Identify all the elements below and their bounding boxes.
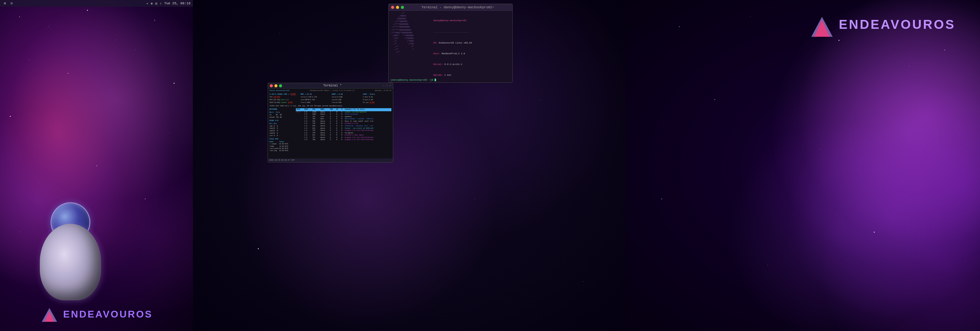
proc-row: 1.5755danny10Snm-applet xyxy=(296,132,391,134)
cpu-pct: [3.1%] xyxy=(273,96,280,98)
battery-icon: ⊡ xyxy=(155,2,158,5)
volume-icon: ♪ xyxy=(160,2,162,5)
htop-uptime: Uptime: 0:03:24 xyxy=(375,90,391,92)
network-table: Rx/sTx/s lo0b0b wlan072b0b xyxy=(269,111,282,118)
load-15: 15 min xyxy=(363,101,369,104)
proc-row: 1.5433dbus30Sdbus-daemon --system --addr… xyxy=(296,118,391,120)
wallpaper-left: ENDEAVOUROS ⊞ ⊟ ⌁ ⊕ ⊡ ♪ Tue 25, 09:16 xyxy=(0,0,193,331)
filesystem-label: FILE SYS xyxy=(269,138,294,141)
terminal-htop: Terminal * ─ □ ✕ danny-macbookpro92 (End… xyxy=(268,83,393,162)
close-button[interactable] xyxy=(391,6,394,9)
stars-right xyxy=(626,0,980,331)
disk-io-label: DISK I/O xyxy=(269,120,294,122)
mem-header: MEM + 23.4G xyxy=(301,93,329,96)
taskbar-left: ⊞ ⊟ xyxy=(2,1,14,6)
htop-footer: 2022-10-25 09:16:27 CDT xyxy=(268,158,393,162)
load-5: 5 min 0.28 xyxy=(363,99,392,101)
logo-text-accent-left: OS xyxy=(136,309,153,320)
file-manager-icon[interactable]: ⊟ xyxy=(9,1,14,6)
htop-titlebar: Terminal * ─ □ ✕ xyxy=(268,83,393,89)
mem-total: 2.746 xyxy=(306,96,312,98)
terminal-main: Terminal - danny@danny-macbookpro82~ ./*… xyxy=(388,4,513,83)
mem-vals: [22.08] xyxy=(273,99,280,101)
htop-content: danny-macbookpro92 (EndeavourOS 64bit / … xyxy=(268,89,393,162)
wifi-icon: ⊕ xyxy=(151,2,153,5)
logo-right: ENDEAVOUROS xyxy=(811,12,956,37)
clock: Tue 25, 09:16 xyxy=(164,2,191,5)
terminal-main-title: Terminal - danny@danny-macbookpro82~ xyxy=(406,5,510,9)
disk-table: R/sW/s sda00 sda100 sda200 sda300 sr000 xyxy=(269,123,278,137)
proc-row: 2.5535danny10SXorg :0 -seat seat0 -auth … xyxy=(296,120,391,123)
wallpaper-right: ENDEAVOUROS xyxy=(626,0,980,331)
desktop: ENDEAVOUROS ⊞ ⊟ ⌁ ⊕ ⊡ ♪ Tue 25, 09:16 xyxy=(0,0,980,331)
proc-row: 1.5813danny50Sthunar --sm-client-id 2092… xyxy=(296,128,391,130)
astronaut-figure xyxy=(24,193,116,301)
mem-free: 2.86G xyxy=(305,101,310,104)
bluetooth-icon: ⌁ xyxy=(146,2,148,5)
logo-text-plain-left: ENDEAVOUR xyxy=(63,309,136,320)
logo-text-plain-right: ENDEAVOUR xyxy=(839,17,934,32)
cpu-label: 2.03/3.10GHz CPU + xyxy=(269,93,290,96)
proc-row: 1.5787root30Supowerd xyxy=(296,116,391,118)
logo-text-left: ENDEAVOUROS xyxy=(63,309,153,320)
app-menu-icon[interactable]: ⊞ xyxy=(2,1,7,6)
swap-free: 8.230 xyxy=(336,101,342,104)
proc-row: 1.5760danny30Swrapper-2.0 /usr/lib/xfce4… xyxy=(296,139,391,141)
terminal-prompt: [danny@danny-macbookpro82 ~]$ █ xyxy=(390,78,436,81)
swap-total: 0.238 xyxy=(337,96,343,98)
astronaut-body xyxy=(40,224,101,301)
proc-row: 1.5811danny50Sblueberry-obex-agent xyxy=(296,134,391,137)
mem-used: 897M xyxy=(305,99,309,101)
load-15-val: 0.29 xyxy=(369,101,375,104)
maximize-button[interactable] xyxy=(401,6,404,9)
swap-used: 0.238 xyxy=(336,99,342,101)
process-table: CPU% MEM% PID USER THR NI S Command (*k*… xyxy=(296,108,391,141)
proc-row: >0.41.52185danny10Sxysbox /usr/bin/glanc… xyxy=(296,111,391,114)
proc-row: 1.5753danny30Swrapper-2.0 /usr/lib/xfce4… xyxy=(296,130,391,132)
htop-host: danny-macbookpro92 xyxy=(269,90,290,92)
neofetch-ascii: ./* ./#### ./###### -/**###### -/***####… xyxy=(389,11,431,82)
htop-title: Terminal * xyxy=(283,84,381,87)
logo-text-accent-right: OS xyxy=(934,17,956,32)
cpu-val: 3.4% xyxy=(290,93,296,96)
network-label: NETWORK xyxy=(269,108,294,111)
proc-row: 1.5757danny30Swrapper-2.0 /usr/lib/xfce4… xyxy=(296,137,391,139)
htop-close-button[interactable] xyxy=(270,84,273,87)
proc-row: 1.5764danny50Sblueberry-tray xyxy=(296,123,391,125)
tasks-line: TASKS 216 (328 thr); 1 run, 119 slp, 96 … xyxy=(269,105,391,107)
htop-os-info: (EndeavourOS 64bit / Linux 6.0.2-arch1-1… xyxy=(310,90,355,92)
swap-vals: [0.00] xyxy=(274,101,280,104)
load-1: 1 min 0.31 xyxy=(363,96,392,98)
load-header: LOAD - 4core xyxy=(363,93,392,96)
htop-maximize-button[interactable] xyxy=(279,84,282,87)
terminal-main-content: ./* ./#### ./###### -/**###### -/***####… xyxy=(389,11,512,82)
logo-triangle-left xyxy=(40,307,59,322)
logo-text-right: ENDEAVOUROS xyxy=(839,17,956,32)
proc-row: 1.5840danny10Sxfdesktop --display :0.0 -… xyxy=(296,125,391,128)
logo-triangle-right xyxy=(811,12,833,37)
minimize-button[interactable] xyxy=(396,6,399,9)
logo-left: ENDEAVOUROS xyxy=(40,307,153,322)
swap-header: SWAP + 0.0G xyxy=(332,93,360,96)
htop-minimize-button[interactable] xyxy=(274,84,277,87)
middle-area: Terminal - danny@danny-macbookpro82~ ./*… xyxy=(193,0,626,331)
proc-row: 1.52001danny30Sxfce4-terminal xyxy=(296,114,391,116)
htop-timestamp: 2022-10-25 09:16:27 CDT xyxy=(269,159,294,162)
filesystem-table: UsedTotal / (sda2)02.0G457G /home12.0G45… xyxy=(269,141,288,152)
neofetch-info: danny@danny-macbookpro82 ---------------… xyxy=(431,11,508,82)
terminal-main-titlebar: Terminal - danny@danny-macbookpro82~ xyxy=(389,4,512,11)
taskbar-right: ⌁ ⊕ ⊡ ♪ Tue 25, 09:16 xyxy=(146,2,191,5)
taskbar: ⊞ ⊟ ⌁ ⊕ ⊡ ♪ Tue 25, 09:16 xyxy=(0,0,193,7)
